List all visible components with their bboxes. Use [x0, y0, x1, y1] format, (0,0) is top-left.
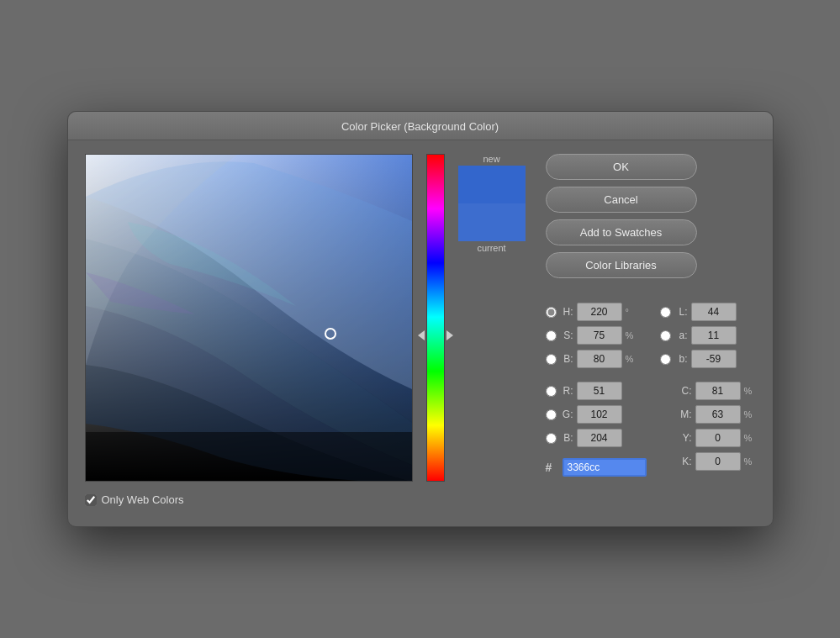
- cmyk-k-unit: %: [744, 456, 753, 467]
- red-label: R:: [560, 385, 573, 397]
- ok-button[interactable]: OK: [546, 154, 697, 180]
- left-input-col: H: ° S: % B:: [546, 302, 647, 477]
- spectrum-arrow-right: [446, 330, 453, 340]
- cmyk-m-row: M: %: [660, 404, 753, 424]
- brightness-label: B:: [560, 353, 573, 365]
- only-web-colors-row: Only Web Colors: [85, 493, 413, 506]
- right-input-col: L: a: b:: [660, 302, 753, 477]
- lab-l-label: L:: [674, 306, 688, 318]
- new-label: new: [483, 154, 499, 164]
- color-canvas-section: Only Web Colors: [85, 154, 413, 506]
- cmyk-y-unit: %: [744, 433, 753, 443]
- green-input[interactable]: [577, 405, 622, 424]
- red-input[interactable]: [577, 382, 622, 400]
- brightness-input[interactable]: [577, 350, 622, 368]
- saturation-row: S: %: [546, 325, 647, 345]
- color-field-canvas[interactable]: [85, 154, 413, 482]
- brightness-radio[interactable]: [546, 354, 557, 365]
- lab-a-input[interactable]: [691, 326, 737, 345]
- svg-rect-2: [86, 432, 413, 482]
- lab-a-row: a:: [660, 325, 753, 345]
- cmyk-k-label: K:: [679, 456, 692, 467]
- cmyk-m-unit: %: [744, 409, 753, 419]
- color-preview-section: new current: [458, 154, 526, 506]
- lab-a-radio[interactable]: [660, 330, 671, 341]
- blue-label: B:: [560, 432, 573, 444]
- cmyk-y-row: Y: %: [660, 428, 753, 448]
- red-radio[interactable]: [546, 386, 557, 397]
- only-web-colors-label[interactable]: Only Web Colors: [102, 493, 184, 506]
- color-inputs: H: ° S: % B:: [546, 302, 753, 477]
- color-picker-dialog: Color Picker (Background Color): [67, 111, 774, 527]
- cmyk-y-input[interactable]: [695, 429, 741, 447]
- cmyk-k-row: K: %: [660, 451, 753, 472]
- cmyk-m-label: M:: [679, 409, 692, 420]
- red-row: R:: [546, 381, 647, 401]
- lab-b-label: b:: [674, 353, 688, 365]
- saturation-radio[interactable]: [546, 330, 557, 341]
- saturation-label: S:: [560, 330, 573, 341]
- buttons-group: OK Cancel Add to Swatches Color Librarie…: [546, 154, 753, 278]
- only-web-colors-checkbox[interactable]: [85, 494, 97, 506]
- cancel-button[interactable]: Cancel: [546, 187, 697, 213]
- saturation-input[interactable]: [577, 326, 622, 345]
- current-label: current: [477, 243, 505, 253]
- swatch-current: [458, 203, 526, 241]
- blue-radio[interactable]: [546, 433, 557, 444]
- cmyk-c-unit: %: [744, 386, 753, 396]
- hex-label: #: [546, 461, 557, 474]
- green-row: G:: [546, 404, 647, 424]
- dialog-title: Color Picker (Background Color): [68, 112, 773, 140]
- hue-row: H: °: [546, 302, 647, 322]
- green-radio[interactable]: [546, 409, 557, 420]
- spectrum-arrow-left: [418, 330, 425, 340]
- lab-b-radio[interactable]: [660, 354, 671, 365]
- cmyk-c-input[interactable]: [695, 382, 741, 400]
- swatch-new: [458, 166, 526, 203]
- lab-l-input[interactable]: [691, 303, 737, 321]
- hue-label: H:: [560, 306, 573, 318]
- color-libraries-button[interactable]: Color Libraries: [546, 252, 697, 278]
- cmyk-c-row: C: %: [660, 381, 753, 401]
- blue-input[interactable]: [577, 429, 622, 447]
- brightness-unit: %: [626, 354, 634, 364]
- hex-input[interactable]: [563, 458, 647, 477]
- hue-radio[interactable]: [546, 307, 557, 318]
- lab-a-label: a:: [674, 330, 688, 341]
- cmyk-k-input[interactable]: [695, 452, 741, 471]
- hue-unit: °: [626, 307, 634, 317]
- lab-b-row: b:: [660, 349, 753, 369]
- add-to-swatches-button[interactable]: Add to Swatches: [546, 219, 697, 245]
- cmyk-y-label: Y:: [679, 432, 692, 444]
- spectrum-strip[interactable]: [426, 154, 445, 482]
- lab-l-row: L:: [660, 302, 753, 322]
- green-label: G:: [560, 409, 573, 420]
- right-panel: OK Cancel Add to Swatches Color Librarie…: [546, 154, 753, 506]
- lab-l-radio[interactable]: [660, 307, 671, 318]
- cmyk-m-input[interactable]: [695, 405, 741, 424]
- brightness-row: B: %: [546, 349, 647, 369]
- lab-b-input[interactable]: [691, 350, 737, 368]
- cmyk-c-label: C:: [679, 385, 692, 397]
- hex-row: #: [546, 458, 647, 477]
- hue-input[interactable]: [577, 303, 622, 321]
- spectrum-strip-section: [426, 154, 445, 506]
- blue-row: B:: [546, 428, 647, 448]
- saturation-unit: %: [626, 330, 634, 340]
- color-swatches[interactable]: [458, 166, 526, 241]
